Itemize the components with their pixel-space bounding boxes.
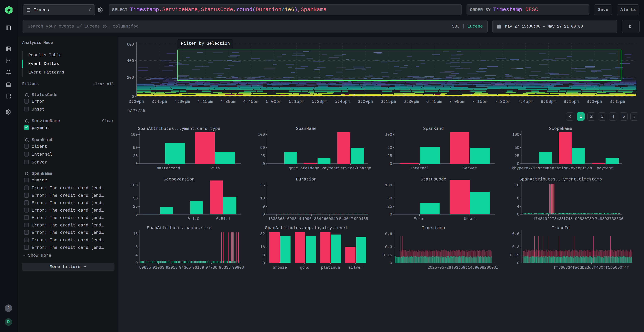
svg-text:32: 32 (260, 232, 265, 236)
svg-text:Server: Server (462, 166, 477, 171)
svg-text:36: 36 (260, 183, 265, 188)
svg-text:Error: Error (414, 217, 426, 221)
svg-text:50: 50 (260, 146, 265, 150)
svg-text:0.3: 0.3 (512, 245, 519, 249)
svg-text:1748199880789: 1748199880789 (563, 217, 594, 221)
svg-text:8: 8 (517, 196, 519, 201)
svg-text:Internal: Internal (410, 166, 429, 171)
svg-text:4: 4 (136, 253, 138, 258)
svg-text:visa: visa (210, 166, 220, 171)
svg-text:50: 50 (515, 146, 519, 150)
svg-text:0.6: 0.6 (512, 232, 519, 236)
svg-text:6:45pm: 6:45pm (426, 99, 442, 104)
svg-text:SpanAttributes...yment.card_ty: SpanAttributes...yment.card_type (138, 126, 220, 131)
svg-text:2600849: 2600849 (322, 217, 338, 221)
svg-text:18: 18 (260, 196, 265, 201)
svg-text:silver: silver (348, 266, 362, 270)
svg-text:100: 100 (385, 183, 392, 188)
svg-text:bronze: bronze (273, 266, 287, 270)
svg-text:400: 400 (127, 59, 134, 63)
svg-text:0.1.0: 0.1.0 (188, 217, 199, 221)
svg-text:Timestamp: Timestamp (422, 226, 445, 230)
svg-text:200: 200 (127, 76, 134, 80)
svg-text:TraceId: TraceId (552, 226, 570, 230)
svg-text:0.15: 0.15 (510, 253, 519, 258)
svg-text:payment: payment (597, 166, 613, 171)
svg-text:9: 9 (262, 204, 265, 209)
svg-text:999435: 999435 (354, 217, 368, 221)
svg-text:SpanKind: SpanKind (423, 126, 444, 131)
svg-text:0: 0 (262, 212, 265, 217)
svg-text:0: 0 (390, 212, 392, 217)
svg-text:SpanName: SpanName (296, 126, 316, 131)
svg-text:8:30pm: 8:30pm (586, 99, 602, 104)
svg-text:4:30pm: 4:30pm (220, 99, 236, 104)
svg-text:94365: 94365 (179, 266, 191, 270)
svg-text:50: 50 (133, 196, 138, 201)
svg-text:7:15pm: 7:15pm (472, 99, 488, 104)
svg-text:91063: 91063 (152, 266, 164, 270)
svg-text:0: 0 (262, 261, 265, 266)
svg-text:Duration: Duration (296, 177, 316, 182)
svg-text:8: 8 (262, 253, 265, 258)
svg-text:0.6: 0.6 (385, 232, 392, 236)
svg-text:6:00pm: 6:00pm (358, 99, 373, 104)
svg-text:2025-05-28T03:59:14.900820000Z: 2025-05-28T03:59:14.900820000Z (428, 266, 498, 270)
svg-text:0: 0 (517, 162, 519, 166)
svg-text:ff860334facdb23d3f430ff5b5050f: ff860334facdb23d3f430ff5b5050f4f (554, 266, 629, 270)
svg-text:0: 0 (132, 95, 134, 99)
svg-text:0.15: 0.15 (383, 253, 392, 258)
svg-text:97730: 97730 (206, 266, 217, 270)
svg-text:3:30pm: 3:30pm (128, 99, 144, 104)
svg-text:100: 100 (258, 132, 265, 137)
svg-text:1698314: 1698314 (285, 217, 301, 221)
svg-text:25: 25 (260, 154, 265, 158)
svg-text:3:45pm: 3:45pm (152, 99, 167, 104)
svg-text:4: 4 (517, 204, 519, 209)
svg-text:600: 600 (127, 42, 134, 47)
svg-text:5/27/25: 5/27/25 (127, 108, 146, 113)
svg-text:0: 0 (517, 212, 519, 217)
svg-text:5:15pm: 5:15pm (289, 99, 304, 104)
svg-text:4:45pm: 4:45pm (243, 99, 258, 104)
svg-text:100: 100 (130, 132, 138, 137)
svg-text:50: 50 (388, 146, 392, 150)
svg-text:96139: 96139 (192, 266, 204, 270)
svg-text:4:00pm: 4:00pm (174, 99, 190, 104)
svg-text:7:45pm: 7:45pm (518, 99, 533, 104)
svg-text:1333363: 1333363 (268, 217, 284, 221)
svg-text:5:30pm: 5:30pm (312, 99, 327, 104)
svg-text:98338: 98338 (219, 266, 231, 270)
svg-text:50: 50 (133, 146, 138, 150)
svg-text:SpanAttributes.cache.size: SpanAttributes.cache.size (147, 226, 211, 230)
svg-text:89835: 89835 (139, 266, 151, 270)
svg-text:platinum: platinum (321, 266, 340, 270)
svg-text:Unset: Unset (464, 217, 476, 221)
svg-text:6:15pm: 6:15pm (380, 99, 396, 104)
svg-text:543017: 543017 (339, 217, 353, 221)
svg-text:25: 25 (388, 154, 392, 158)
svg-text:0: 0 (136, 212, 138, 217)
svg-text:16: 16 (515, 183, 519, 188)
svg-text:4:15pm: 4:15pm (197, 99, 213, 104)
svg-text:gold: gold (300, 266, 310, 270)
svg-text:100: 100 (385, 132, 392, 137)
svg-text:100: 100 (512, 132, 519, 137)
svg-text:25: 25 (515, 154, 519, 158)
svg-text:8:45pm: 8:45pm (610, 99, 625, 104)
svg-text:mastercard: mastercard (156, 166, 180, 171)
svg-text:5:45pm: 5:45pm (335, 99, 350, 104)
svg-text:1748192273433: 1748192273433 (533, 217, 564, 221)
svg-text:SpanAttributes.app.loyalty.lev: SpanAttributes.app.loyalty.level (265, 226, 348, 230)
svg-text:@hyperdx/instrumentation-excep: @hyperdx/instrumentation-exception (512, 166, 592, 171)
svg-text:25: 25 (133, 204, 138, 209)
svg-text:0.3: 0.3 (385, 245, 392, 249)
svg-text:7:30pm: 7:30pm (495, 99, 510, 104)
svg-text:0: 0 (262, 162, 265, 166)
svg-text:25: 25 (133, 154, 138, 158)
svg-text:5:00pm: 5:00pm (266, 99, 282, 104)
svg-text:19961834: 19961834 (302, 217, 321, 221)
svg-text:0: 0 (390, 261, 392, 266)
svg-text:0: 0 (136, 162, 138, 166)
svg-text:50: 50 (388, 196, 392, 201)
